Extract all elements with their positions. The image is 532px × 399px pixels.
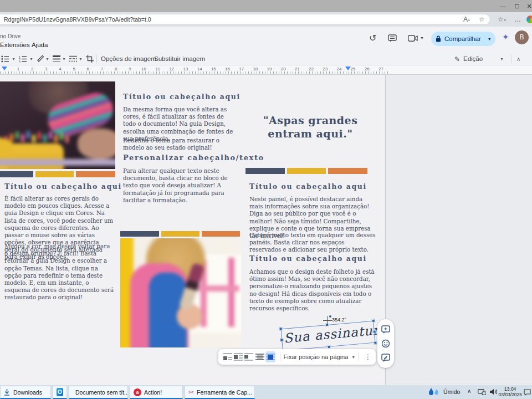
weather-label[interactable]: Úmido: [443, 388, 460, 395]
speaker-icon[interactable]: [490, 388, 498, 395]
left-column-paragraph-2[interactable]: Mudou a cor, mas deseja voltar para o de…: [4, 243, 114, 301]
ruler-number: 17: [239, 66, 244, 71]
image-options-button[interactable]: Opções de imagem: [101, 54, 156, 64]
version-history-icon[interactable]: ↺: [369, 33, 376, 43]
collapse-toolbar-button[interactable]: ∧: [516, 54, 520, 64]
taskbar-document-button[interactable]: Documento sem tít...: [69, 386, 128, 399]
taskbar-document-label: Documento sem tít...: [75, 389, 128, 396]
ruler-ticks: [0, 71, 388, 74]
replace-image-button[interactable]: Substituir imagem: [154, 54, 205, 64]
break-text-icon[interactable]: [244, 351, 254, 362]
bulleted-list-caret-icon[interactable]: ▼: [12, 54, 16, 63]
emoji-reaction-icon[interactable]: [381, 339, 390, 348]
wrap-inline-icon[interactable]: [223, 351, 232, 362]
selection-handle[interactable]: [372, 330, 376, 334]
bookmark-star-icon[interactable]: ☆: [479, 16, 485, 23]
crayons-photo[interactable]: [0, 81, 115, 169]
border-dash-icon[interactable]: [69, 54, 77, 63]
fix-position-caret-icon[interactable]: ▼: [351, 355, 355, 359]
toolbar-separator: [359, 352, 359, 361]
comments-icon[interactable]: [388, 34, 397, 42]
numbered-list-caret-icon[interactable]: ▼: [29, 54, 33, 63]
color-bars-left[interactable]: [0, 171, 115, 177]
ruler-number: 22: [309, 66, 314, 71]
browser-address-row: RdgrgINxP5dU1nzvGgna8RVXB9vPsaY7oA/edit?…: [0, 12, 532, 27]
behind-text-icon[interactable]: [255, 351, 264, 362]
border-weight-icon[interactable]: [53, 54, 60, 63]
border-color-caret-icon[interactable]: ▼: [45, 54, 49, 63]
notification-center-icon[interactable]: [524, 389, 531, 396]
camera-caret-icon[interactable]: ▼: [420, 36, 424, 40]
suggest-edit-icon[interactable]: [381, 354, 390, 362]
right-column-paragraph-3[interactable]: Achamos que o design deste folheto já es…: [249, 268, 376, 312]
middle-column-heading-2[interactable]: Personalizar cabeçalho/texto: [123, 154, 264, 162]
color-bar: [287, 168, 326, 174]
left-column-heading[interactable]: Título ou cabeçalho aqui: [4, 182, 122, 191]
favorites-bar-icon[interactable]: ☆≡: [498, 16, 506, 23]
color-bars-right[interactable]: [245, 168, 367, 174]
taskbar-outlook-button[interactable]: O: [53, 386, 67, 399]
right-column-paragraph-2[interactable]: Caberá muito texto em qualquer um desses…: [249, 232, 376, 254]
share-caret-icon[interactable]: ▼: [488, 37, 492, 41]
browser-menu-icon[interactable]: …: [514, 16, 521, 23]
color-bar: [328, 168, 367, 174]
border-color-pen-icon[interactable]: [37, 54, 44, 63]
meet-camera-icon[interactable]: [408, 35, 418, 42]
middle-column-paragraph-3[interactable]: Para alterar qualquer texto neste docume…: [123, 167, 241, 204]
selection-handle[interactable]: [374, 341, 377, 345]
selection-handle[interactable]: [372, 319, 376, 323]
tray-chevron-icon[interactable]: ∧: [467, 388, 471, 394]
border-dash-caret-icon[interactable]: ▼: [79, 54, 83, 63]
menu-extensoes[interactable]: Extensões: [0, 42, 30, 48]
ruler-number: 14: [197, 66, 202, 71]
gemini-sparkle-icon[interactable]: ✦: [502, 32, 509, 42]
minimize-button[interactable]: —: [499, 2, 507, 10]
share-button[interactable]: Compartilhar ▼: [431, 32, 495, 46]
selection-handle[interactable]: [280, 338, 284, 342]
fix-position-button[interactable]: Fixar posição na página: [284, 354, 349, 360]
in-front-of-text-icon[interactable]: [265, 351, 275, 362]
left-indent-marker[interactable]: [2, 66, 7, 70]
account-avatar[interactable]: B: [515, 30, 529, 44]
right-indent-marker[interactable]: [345, 66, 351, 70]
taskbar-downloads-button[interactable]: Downloads: [0, 386, 51, 399]
address-bar[interactable]: RdgrgINxP5dU1nzvGgna8RVXB9vPsaY7oA/edit?…: [0, 14, 490, 25]
close-button[interactable]: ✕: [525, 2, 532, 10]
mode-caret-icon[interactable]: ▼: [500, 54, 504, 63]
maximize-button[interactable]: [513, 2, 521, 10]
weather-icon[interactable]: [428, 387, 440, 396]
right-column-heading-2[interactable]: Título ou cabeçalho aqui: [249, 254, 367, 263]
taskbar-action-button[interactable]: a Action!: [130, 386, 183, 399]
selection-handle[interactable]: [279, 327, 283, 331]
add-comment-icon[interactable]: [381, 325, 390, 334]
numbered-list-icon[interactable]: 123: [19, 54, 27, 63]
menu-ajuda[interactable]: Ajuda: [32, 42, 48, 48]
ruler-number: 18: [253, 66, 258, 71]
right-column-heading[interactable]: Título ou cabeçalho aqui: [249, 182, 367, 191]
bulleted-list-icon[interactable]: [1, 54, 9, 63]
wrap-text-icon[interactable]: [233, 351, 243, 362]
mode-selector[interactable]: Edição: [463, 54, 483, 64]
read-aloud-icon[interactable]: A»: [463, 16, 470, 23]
rotation-angle-label: 354.2°: [332, 317, 346, 323]
crop-icon[interactable]: [86, 54, 94, 63]
color-bar: [120, 231, 159, 237]
taskbar-snipping-button[interactable]: ✂ Ferramenta de Cap...: [185, 386, 255, 399]
ruler-number: 7: [101, 66, 103, 71]
tray-clock[interactable]: 13:04 03/03/2025: [498, 387, 522, 398]
ruler-number: 11: [156, 66, 160, 71]
color-bars-middle[interactable]: [120, 231, 241, 237]
rotation-handle[interactable]: [329, 315, 331, 318]
girl-painting-photo[interactable]: [120, 238, 241, 347]
copilot-icon[interactable]: [526, 16, 532, 23]
selection-handle[interactable]: [327, 345, 331, 349]
middle-column-heading[interactable]: Título ou cabeçalho aqui: [123, 93, 241, 101]
editor-background: [386, 75, 532, 385]
border-weight-caret-icon[interactable]: ▼: [62, 54, 66, 63]
quote-block[interactable]: "Aspas grandes entram aqui.": [248, 114, 372, 141]
more-options-icon[interactable]: ⋮: [365, 353, 371, 361]
ruler-number: 16: [225, 66, 230, 71]
ruler-number: 26: [365, 66, 370, 71]
network-icon[interactable]: [478, 389, 486, 395]
middle-column-paragraph-2[interactable]: Redefina o tema para restaurar o modelo …: [123, 137, 238, 151]
